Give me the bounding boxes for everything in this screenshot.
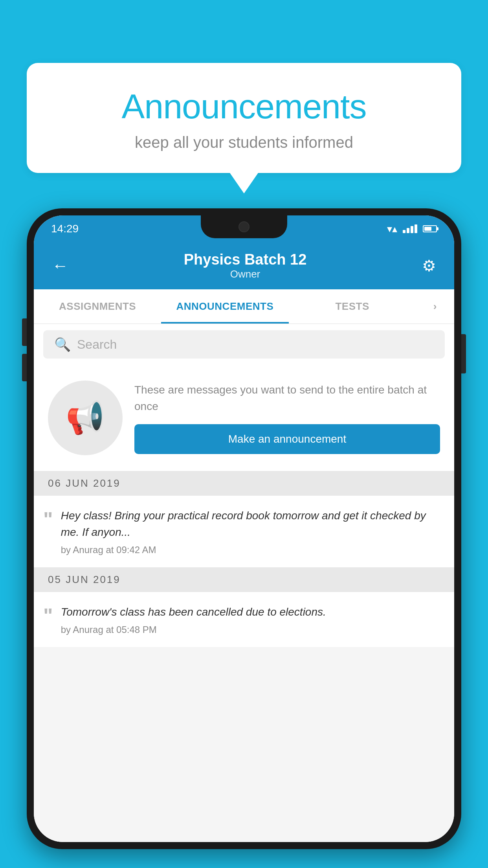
quote-icon-1: " — [43, 508, 53, 530]
phone-screen: 14:29 ▾▴ ← Phy — [34, 215, 454, 842]
volume-down-button — [22, 354, 27, 381]
announcement-item-1[interactable]: " Hey class! Bring your practical record… — [34, 496, 454, 567]
tab-announcements[interactable]: ANNOUNCEMENTS — [161, 289, 288, 324]
megaphone-icon: 📢 — [66, 399, 105, 436]
speech-bubble-section: Announcements keep all your students inf… — [27, 63, 461, 173]
power-button — [461, 334, 466, 373]
front-camera — [238, 221, 250, 232]
promo-card: 📢 These are messages you want to send to… — [34, 365, 454, 471]
tab-assignments[interactable]: ASSIGNMENTS — [34, 289, 161, 324]
speech-bubble-title: Announcements — [42, 86, 446, 127]
announcement-author-1: by Anurag at 09:42 AM — [61, 544, 442, 555]
date-label-1: 06 JUN 2019 — [48, 477, 121, 489]
signal-icon — [403, 224, 417, 233]
app-bar-subtitle: Owner — [72, 268, 418, 280]
phone-notch — [201, 215, 287, 238]
announcement-content-1: Hey class! Bring your practical record b… — [61, 508, 442, 555]
phone-container: 14:29 ▾▴ ← Phy — [27, 208, 461, 868]
date-divider-1: 06 JUN 2019 — [34, 471, 454, 496]
status-time: 14:29 — [51, 223, 79, 235]
announcement-item-2[interactable]: " Tomorrow's class has been cancelled du… — [34, 592, 454, 647]
phone-frame: 14:29 ▾▴ ← Phy — [27, 208, 461, 849]
megaphone-circle: 📢 — [48, 381, 123, 455]
speech-bubble-subtitle: keep all your students informed — [42, 134, 446, 151]
date-label-2: 05 JUN 2019 — [48, 574, 121, 586]
tab-tests[interactable]: TESTS — [289, 289, 416, 324]
screen-content: 🔍 Search 📢 These are messages you want t… — [34, 324, 454, 842]
speech-bubble: Announcements keep all your students inf… — [27, 63, 461, 173]
promo-content: These are messages you want to send to t… — [134, 382, 440, 454]
volume-up-button — [22, 318, 27, 346]
battery-fill — [424, 227, 431, 231]
app-bar: ← Physics Batch 12 Owner ⚙ — [34, 242, 454, 289]
announcement-content-2: Tomorrow's class has been cancelled due … — [61, 604, 442, 635]
promo-description: These are messages you want to send to t… — [134, 382, 440, 415]
battery-icon — [423, 225, 437, 232]
search-input[interactable]: Search — [77, 337, 117, 352]
announcement-text-1: Hey class! Bring your practical record b… — [61, 508, 442, 541]
search-bar-wrapper: 🔍 Search — [34, 324, 454, 365]
tabs-bar: ASSIGNMENTS ANNOUNCEMENTS TESTS › — [34, 289, 454, 324]
announcement-author-2: by Anurag at 05:48 PM — [61, 624, 442, 635]
quote-icon-2: " — [43, 604, 53, 626]
settings-button[interactable]: ⚙ — [418, 253, 440, 279]
make-announcement-button[interactable]: Make an announcement — [134, 424, 440, 454]
back-button[interactable]: ← — [48, 252, 72, 279]
date-divider-2: 05 JUN 2019 — [34, 567, 454, 592]
wifi-icon: ▾▴ — [387, 223, 397, 235]
search-bar[interactable]: 🔍 Search — [43, 330, 445, 359]
app-bar-title-section: Physics Batch 12 Owner — [72, 251, 418, 280]
status-icons: ▾▴ — [387, 223, 437, 235]
app-bar-title: Physics Batch 12 — [72, 251, 418, 268]
search-icon: 🔍 — [54, 337, 71, 352]
announcement-text-2: Tomorrow's class has been cancelled due … — [61, 604, 442, 620]
tab-more[interactable]: › — [416, 289, 454, 324]
